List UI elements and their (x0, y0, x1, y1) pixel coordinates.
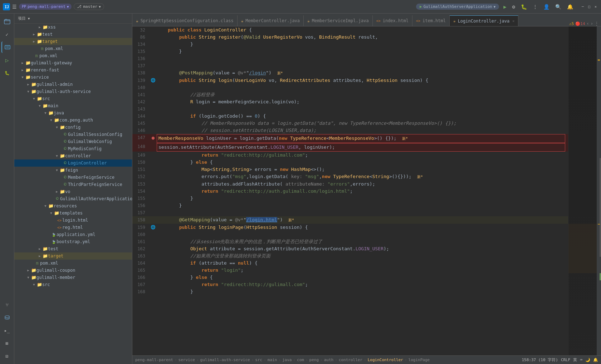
current-line-marker (600, 273, 601, 280)
file-tree-panel: 项目 ▼ ▶ 📁 xss ▶ 📁 test ▶ 📁 target (14, 14, 132, 364)
app-icon: IJ (3, 3, 10, 10)
file-tree-content[interactable]: ▶ 📁 xss ▶ 📁 test ▶ 📁 target ▶ m pom.xml (14, 24, 132, 364)
profile-icon[interactable]: 👤 (542, 3, 551, 10)
toolbar-structure-icon[interactable]: ⊡ (1, 350, 13, 362)
toolbar-debug-icon[interactable]: 🐛 (1, 67, 13, 79)
svg-point-6 (5, 316, 9, 318)
tree-item-gulimall-session[interactable]: © GulimallSessionConfig (14, 131, 132, 138)
tree-item-feign[interactable]: ▼ 📁 feign (14, 167, 132, 174)
toolbar-folder-icon[interactable] (1, 16, 13, 27)
branch-selector[interactable]: ⎇ master ▼ (74, 3, 104, 10)
file-tree-header[interactable]: 项目 ▼ (14, 14, 132, 24)
moon-icon[interactable]: 🌙 (585, 358, 590, 362)
tree-item-java[interactable]: ▼ 📁 java (14, 109, 132, 117)
tab-member-service-impl[interactable]: ☕ MemberServiceImpl.java (304, 15, 373, 26)
tree-item-target[interactable]: ▶ 📁 target (14, 38, 132, 45)
encoding-indicator[interactable]: CRLF (561, 358, 571, 362)
tree-item-auth-service[interactable]: ▼ 📁 gulimall-auth-service (14, 88, 132, 95)
close-button[interactable]: ✕ (593, 4, 598, 9)
tree-item-coupon[interactable]: ▶ 📁 gulimall-coupon (14, 267, 132, 274)
code-line-164: 164 if (attribute == null) { (132, 260, 568, 267)
code-content[interactable]: 32 public class LoginController { 86 pub… (132, 26, 568, 355)
tree-item-admin[interactable]: ▶ 📁 gulimall-admin (14, 81, 132, 88)
tree-item-config[interactable]: ▼ 📁 config (14, 124, 132, 131)
tree-item-controller[interactable]: ▼ 📁 controller (14, 152, 132, 159)
run-debug-icon[interactable]: 🐛 (519, 3, 528, 10)
hamburger-menu-icon[interactable]: ☰ (12, 4, 17, 10)
minimize-button[interactable]: ─ (580, 4, 585, 9)
tree-item-src[interactable]: ▼ 📁 src (14, 95, 132, 102)
tree-item-gulimall-web[interactable]: © GulimallWebConfig (14, 138, 132, 145)
java-tab-icon: ☕ (136, 19, 138, 23)
tab-actions-more[interactable]: ⋮ (595, 21, 599, 26)
keyboard-icon[interactable]: ⌨ (580, 358, 582, 362)
toolbar-run-icon[interactable]: ▷ (1, 54, 13, 66)
tree-item-pom3[interactable]: m pom.xml (14, 260, 132, 267)
tree-item-auth-app[interactable]: © GulimallAuthServerApplication (14, 195, 132, 202)
scroll-right-button[interactable]: › (591, 21, 593, 26)
window-controls: ─ □ ✕ (580, 4, 598, 9)
tree-item-application-yml[interactable]: 🍃 application.yml (14, 231, 132, 238)
folder-icon: 📁 (42, 246, 48, 251)
tree-item-gateway[interactable]: ▶ 📁 gulimall-gateway (14, 59, 132, 67)
toolbar-project-icon[interactable] (1, 41, 13, 53)
tree-arrow-renren: ▶ (20, 68, 25, 72)
tree-item-bootstrap-yml[interactable]: 🍃 bootstrap.yml (14, 238, 132, 245)
run-button[interactable]: ▶ (502, 3, 508, 10)
more-options-icon[interactable]: ⋮ (531, 3, 539, 10)
tree-item-member-feign[interactable]: © MemberFeignService (14, 174, 132, 181)
code-line-150: 150 } else { (132, 159, 568, 166)
code-line-152: 152 errors.put("msg",login.getData( key:… (132, 173, 568, 181)
toolbar-build-icon[interactable]: ⊞ (1, 338, 13, 349)
tree-arrow-admin: ▶ (26, 83, 31, 86)
folder-icon: 📁 (31, 89, 36, 94)
tree-item-xss[interactable]: ▶ 📁 xss (14, 24, 132, 31)
tree-item-pom2[interactable]: ▶ m pom.xml (14, 52, 132, 59)
lang-indicator[interactable]: 英 (573, 357, 577, 363)
code-line-165: 165 return "login"; (132, 267, 568, 274)
tree-item-target2[interactable]: ▶ 📁 target (14, 252, 132, 260)
toolbar-db-icon[interactable] (1, 312, 13, 323)
tab-login-controller[interactable]: ☕ LoginController.java ✕ (450, 15, 518, 26)
tree-item-src2[interactable]: ▼ 📁 src (14, 281, 132, 288)
tab-close-button[interactable]: ✕ (512, 19, 514, 23)
code-line-146: 146 // session.setAttribute(LOGIN_USER,d… (132, 127, 568, 134)
tree-item-reg-html[interactable]: <> reg.html (14, 224, 132, 231)
settings-icon[interactable]: ⚙ (511, 3, 517, 10)
tree-item-test2[interactable]: ▶ 📁 test (14, 245, 132, 252)
tree-arrow-pkg: ▼ (49, 118, 54, 122)
tree-arrow-templates: ▼ (49, 211, 54, 215)
run-config-selector[interactable]: ▶ GulimallAuthServerApplication ▼ (416, 4, 499, 10)
position-indicator[interactable]: 158:37 (10 字符) (522, 357, 558, 363)
notification-icon[interactable]: 🔔 (593, 358, 598, 362)
tree-item-service[interactable]: ▼ 📁 service (14, 74, 132, 81)
tree-item-pom1[interactable]: ▶ m pom.xml (14, 45, 132, 52)
tree-item-main[interactable]: ▼ 📁 main (14, 102, 132, 109)
code-line-167: 167 return "redirect:http://gulimall.com… (132, 281, 568, 288)
tree-item-login-controller[interactable]: © LoginController (14, 159, 132, 167)
tree-item-member[interactable]: ▼ 📁 gulimall-member (14, 274, 132, 281)
tab-member-controller[interactable]: ☕ MemberController.java (238, 15, 304, 26)
tree-item-test[interactable]: ▶ 📁 test (14, 31, 132, 38)
scroll-left-button[interactable]: ‹ (587, 21, 589, 26)
tree-item-login-html[interactable]: <> login.html (14, 217, 132, 224)
vertical-scrollbar[interactable] (600, 158, 601, 257)
tree-item-resources[interactable]: ▼ 📁 resources (14, 202, 132, 210)
tree-item-myredis[interactable]: © MyRedisConfig (14, 145, 132, 152)
tree-item-renren[interactable]: ▶ 📁 renren-fast (14, 67, 132, 74)
tree-item-com-peng-auth[interactable]: ▼ 📁 com.peng.auth (14, 117, 132, 124)
toolbar-git-icon[interactable]: ⑂ (1, 299, 13, 310)
tree-item-templates[interactable]: ▼ 📁 templates (14, 210, 132, 217)
project-selector[interactable]: PP peng-mall-parent ▼ (19, 4, 72, 10)
tab-index-html[interactable]: <> index.html (373, 15, 412, 26)
tree-item-vo[interactable]: ▶ 📁 vo (14, 188, 132, 195)
notifications-icon[interactable]: 🔔 (566, 3, 575, 10)
toolbar-terminal-icon[interactable]: ▸_ (1, 325, 13, 336)
tree-item-third-feign[interactable]: © ThirdPartFeignService (14, 181, 132, 188)
maximize-button[interactable]: □ (587, 4, 592, 9)
search-icon[interactable]: 🔍 (554, 3, 563, 10)
tab-spring[interactable]: ☕ SpringHttpSessionConfiguration.class (132, 15, 238, 26)
tab-item-html[interactable]: <> item.html (412, 15, 450, 26)
folder-icon: 📁 (59, 168, 65, 173)
toolbar-commit-icon[interactable]: ✓ (1, 29, 13, 40)
